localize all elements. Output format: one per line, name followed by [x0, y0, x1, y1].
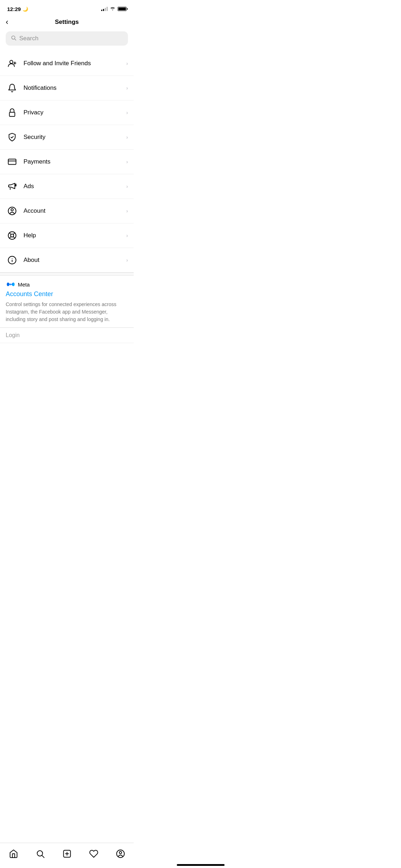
- card-icon: [6, 155, 19, 168]
- battery-icon: [118, 7, 127, 11]
- search-placeholder: Search: [19, 35, 38, 42]
- menu-item-label: About: [24, 257, 126, 264]
- search-bar[interactable]: Search: [6, 31, 128, 46]
- menu-list: Follow and Invite Friends › Notification…: [0, 51, 134, 273]
- signal-icon: [101, 7, 108, 11]
- lifebuoy-icon: [6, 229, 19, 242]
- header: ‹ Settings: [0, 16, 134, 30]
- menu-item-privacy[interactable]: Privacy ›: [0, 100, 134, 125]
- menu-item-account[interactable]: Account ›: [0, 199, 134, 223]
- moon-icon: 🌙: [22, 6, 28, 12]
- chevron-right-icon: ›: [126, 233, 128, 238]
- status-icons: [101, 6, 127, 12]
- menu-item-label: Notifications: [24, 84, 126, 92]
- svg-line-17: [9, 237, 11, 238]
- svg-point-2: [10, 60, 13, 63]
- main-content: Search Follow and Invite Friends ›: [0, 30, 134, 375]
- status-time: 12:29 🌙: [7, 6, 28, 12]
- menu-item-about[interactable]: About ›: [0, 248, 134, 273]
- meta-label: Meta: [18, 281, 30, 288]
- menu-item-notifications[interactable]: Notifications ›: [0, 76, 134, 100]
- chevron-right-icon: ›: [126, 208, 128, 214]
- svg-line-15: [13, 237, 15, 238]
- menu-item-label: Ads: [24, 183, 126, 190]
- chevron-right-icon: ›: [126, 159, 128, 165]
- chevron-right-icon: ›: [126, 134, 128, 140]
- add-person-icon: [6, 57, 19, 70]
- page-title: Settings: [55, 19, 79, 26]
- chevron-right-icon: ›: [126, 110, 128, 115]
- chevron-right-icon: ›: [126, 61, 128, 66]
- chevron-right-icon: ›: [126, 184, 128, 189]
- svg-line-14: [9, 233, 11, 234]
- menu-item-help[interactable]: Help ›: [0, 223, 134, 248]
- status-bar: 12:29 🌙: [0, 0, 134, 16]
- svg-rect-6: [8, 159, 16, 164]
- shield-icon: [6, 131, 19, 144]
- menu-item-payments[interactable]: Payments ›: [0, 150, 134, 174]
- search-container: Search: [0, 30, 134, 51]
- svg-point-11: [11, 209, 14, 211]
- menu-item-label: Privacy: [24, 109, 126, 116]
- accounts-center-section: Meta Accounts Center Control settings fo…: [0, 275, 134, 328]
- section-separator: [0, 273, 134, 275]
- menu-item-follow-invite[interactable]: Follow and Invite Friends ›: [0, 51, 134, 76]
- menu-item-security[interactable]: Security ›: [0, 125, 134, 150]
- person-circle-icon: [6, 205, 19, 217]
- accounts-center-link[interactable]: Accounts Center: [6, 290, 128, 298]
- chevron-right-icon: ›: [126, 85, 128, 91]
- megaphone-icon: [6, 180, 19, 193]
- bell-icon: [6, 82, 19, 94]
- lock-icon: [6, 106, 19, 119]
- menu-item-ads[interactable]: Ads ›: [0, 174, 134, 199]
- search-icon: [11, 35, 16, 42]
- info-circle-icon: [6, 254, 19, 267]
- menu-item-label: Security: [24, 134, 126, 141]
- svg-line-16: [13, 233, 15, 234]
- menu-item-label: Follow and Invite Friends: [24, 60, 126, 67]
- login-row[interactable]: Login: [0, 328, 134, 343]
- meta-logo-icon: [6, 281, 16, 288]
- svg-line-1: [15, 39, 16, 40]
- login-row-text: Login: [6, 332, 20, 338]
- wifi-icon: [110, 6, 115, 12]
- accounts-center-description: Control settings for connected experienc…: [6, 301, 128, 323]
- menu-item-label: Account: [24, 207, 126, 215]
- chevron-right-icon: ›: [126, 257, 128, 263]
- back-button[interactable]: ‹: [6, 17, 8, 27]
- svg-rect-5: [9, 112, 15, 117]
- menu-item-label: Help: [24, 232, 126, 239]
- menu-item-label: Payments: [24, 158, 126, 165]
- meta-logo-row: Meta: [6, 281, 128, 288]
